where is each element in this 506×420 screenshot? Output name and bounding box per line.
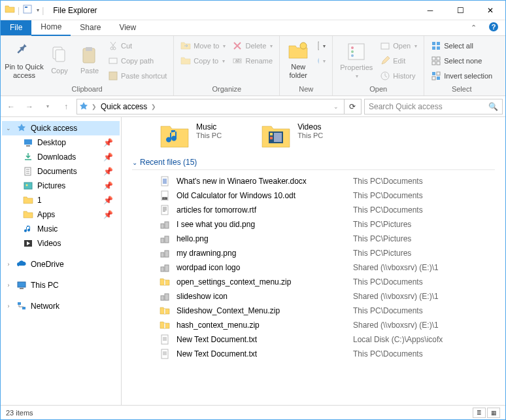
nav-item-documents[interactable]: Documents📌 xyxy=(2,164,120,179)
refresh-button[interactable]: ⟳ xyxy=(344,99,360,114)
copy-path-button[interactable]: Copy path xyxy=(105,54,169,68)
delete-button[interactable]: Delete▾ xyxy=(229,39,275,53)
properties-button[interactable]: Properties▾ xyxy=(337,37,376,82)
large-icons-view-button[interactable]: ▦ xyxy=(487,408,500,418)
close-button[interactable]: ✕ xyxy=(475,1,505,20)
nav-icon xyxy=(23,209,33,220)
file-row[interactable]: New Text Document.txtThis PC\Documents xyxy=(132,347,495,361)
back-button[interactable]: ← xyxy=(3,99,19,114)
tab-view[interactable]: View xyxy=(110,20,145,35)
edit-button[interactable]: Edit xyxy=(377,54,420,68)
select-none-button[interactable]: Select none xyxy=(428,54,495,68)
easy-access-button[interactable]: ▾ xyxy=(314,54,328,68)
open-button[interactable]: Open▾ xyxy=(377,39,420,53)
qat-dropdown-icon[interactable]: ▾ xyxy=(37,7,39,13)
navbar: ← → ▾ ↑ ❯ Quick access ❯ ⌄ ⟳ Search Quic… xyxy=(1,96,505,117)
group-organize: Move to▾ Copy to▾ Delete▾ abRename Organ… xyxy=(174,36,280,96)
file-row[interactable]: I see what you did.pngThis PC\Pictures xyxy=(132,217,495,232)
file-row[interactable]: wordpad icon logoShared (\\vboxsrv) (E:)… xyxy=(132,260,495,275)
svg-rect-52 xyxy=(161,224,164,228)
new-folder-icon xyxy=(288,41,309,61)
content-area[interactable]: MusicThis PCVideosThis PC ⌄ Recent files… xyxy=(122,117,505,405)
section-recent-files[interactable]: ⌄ Recent files (15) xyxy=(132,158,495,170)
tab-file[interactable]: File xyxy=(1,20,31,35)
paste-button[interactable]: Paste xyxy=(75,37,104,82)
minimize-button[interactable]: ─ xyxy=(415,1,445,20)
svg-point-16 xyxy=(351,46,354,49)
forward-button[interactable]: → xyxy=(22,99,37,114)
folder-icon xyxy=(160,122,190,149)
file-row[interactable]: ODTOld Calculator for Windows 10.odtThis… xyxy=(132,188,495,203)
copyto-button[interactable]: Copy to▾ xyxy=(178,54,228,68)
svg-point-12 xyxy=(300,43,307,49)
file-icon xyxy=(160,349,170,359)
moveto-button[interactable]: Move to▾ xyxy=(178,39,228,53)
nav-item-music[interactable]: Music xyxy=(2,222,120,236)
nav-item-1[interactable]: 1📌 xyxy=(2,193,120,207)
file-row[interactable]: articles for tomorrow.rtfThis PC\Documen… xyxy=(132,203,495,217)
nav-icon xyxy=(23,238,33,249)
nav-item-pictures[interactable]: Pictures📌 xyxy=(2,179,120,193)
group-label-organize: Organize xyxy=(178,85,275,96)
file-row[interactable]: my drawning.pngThis PC\Pictures xyxy=(132,246,495,260)
nav-item-desktop[interactable]: Desktop📌 xyxy=(2,135,120,150)
tab-share[interactable]: Share xyxy=(71,20,110,35)
nav-onedrive[interactable]: ›OneDrive xyxy=(2,257,120,271)
status-bar: 23 items ≣ ▦ xyxy=(1,405,505,419)
nav-item-videos[interactable]: Videos xyxy=(2,236,120,251)
invert-selection-button[interactable]: Invert selection xyxy=(428,69,495,83)
chevron-right-icon[interactable]: ❯ xyxy=(92,103,97,110)
svg-text:ODT: ODT xyxy=(162,196,168,200)
chevron-right-icon[interactable]: › xyxy=(5,303,12,309)
search-placeholder: Search Quick access xyxy=(369,102,443,111)
new-folder-button[interactable]: New folder xyxy=(284,37,312,82)
new-item-button[interactable]: ▾ xyxy=(314,39,328,53)
folder-icon xyxy=(261,122,291,149)
file-row[interactable]: open_settings_context_menu.zipThis PC\Do… xyxy=(132,275,495,289)
properties-qat-icon[interactable] xyxy=(22,4,33,16)
chevron-right-icon[interactable]: › xyxy=(5,282,12,289)
copy-button[interactable]: Copy xyxy=(45,37,74,82)
svg-rect-9 xyxy=(109,72,117,80)
file-row[interactable]: What's new in Winaero Tweaker.docxThis P… xyxy=(132,174,495,188)
crumb-quick-access[interactable]: Quick access xyxy=(99,102,148,111)
tile-music[interactable]: MusicThis PC xyxy=(160,122,222,149)
address-dropdown-icon[interactable]: ⌄ xyxy=(331,103,341,110)
svg-rect-15 xyxy=(348,44,364,60)
search-box[interactable]: Search Quick access 🔍 xyxy=(364,99,503,114)
tile-videos[interactable]: VideosThis PC xyxy=(261,122,323,149)
recent-locations-button[interactable]: ▾ xyxy=(40,99,56,114)
nav-network[interactable]: ›Network xyxy=(2,299,120,313)
details-view-button[interactable]: ≣ xyxy=(473,408,486,418)
navigation-pane[interactable]: ⌄ Quick access Desktop📌Downloads📌Documen… xyxy=(1,117,122,405)
chevron-right-icon[interactable]: ❯ xyxy=(151,103,156,110)
history-button[interactable]: History xyxy=(377,69,420,83)
file-row[interactable]: Slideshow_Context_Menu.zipThis PC\Docume… xyxy=(132,304,495,318)
select-all-button[interactable]: Select all xyxy=(428,39,495,53)
rename-button[interactable]: abRename xyxy=(229,54,275,68)
nav-item-apps[interactable]: Apps📌 xyxy=(2,207,120,222)
help-button[interactable]: ? xyxy=(482,19,505,37)
address-bar[interactable]: ❯ Quick access ❯ ⌄ ⟳ xyxy=(76,99,362,114)
chevron-right-icon[interactable]: › xyxy=(5,261,12,268)
file-row[interactable]: slideshow iconShared (\\vboxsrv) (E:)\1 xyxy=(132,289,495,304)
maximize-button[interactable]: ☐ xyxy=(445,1,475,20)
svg-rect-29 xyxy=(432,72,435,75)
scissors-icon xyxy=(108,41,118,51)
nav-item-downloads[interactable]: Downloads📌 xyxy=(2,150,120,164)
pin-quick-access-button[interactable]: Pin to Quick access xyxy=(5,37,44,82)
paste-shortcut-button[interactable]: Paste shortcut xyxy=(105,69,169,83)
nav-this-pc[interactable]: ›This PC xyxy=(2,278,120,292)
nav-quick-access[interactable]: ⌄ Quick access xyxy=(2,121,120,135)
rename-icon: ab xyxy=(232,56,243,66)
up-button[interactable]: ↑ xyxy=(58,99,74,114)
minimize-ribbon-button[interactable]: ⌃ xyxy=(465,24,482,32)
chevron-down-icon[interactable]: ⌄ xyxy=(5,125,12,131)
file-row[interactable]: hash_context_menu.zipShared (\\vboxsrv) … xyxy=(132,318,495,332)
svg-rect-19 xyxy=(381,43,389,49)
file-row[interactable]: New Text Document.txtLocal Disk (C:)\App… xyxy=(132,332,495,347)
file-icon xyxy=(160,248,170,258)
file-row[interactable]: hello.pngThis PC\Pictures xyxy=(132,232,495,246)
tab-home[interactable]: Home xyxy=(31,20,71,36)
cut-button[interactable]: Cut xyxy=(105,39,169,53)
